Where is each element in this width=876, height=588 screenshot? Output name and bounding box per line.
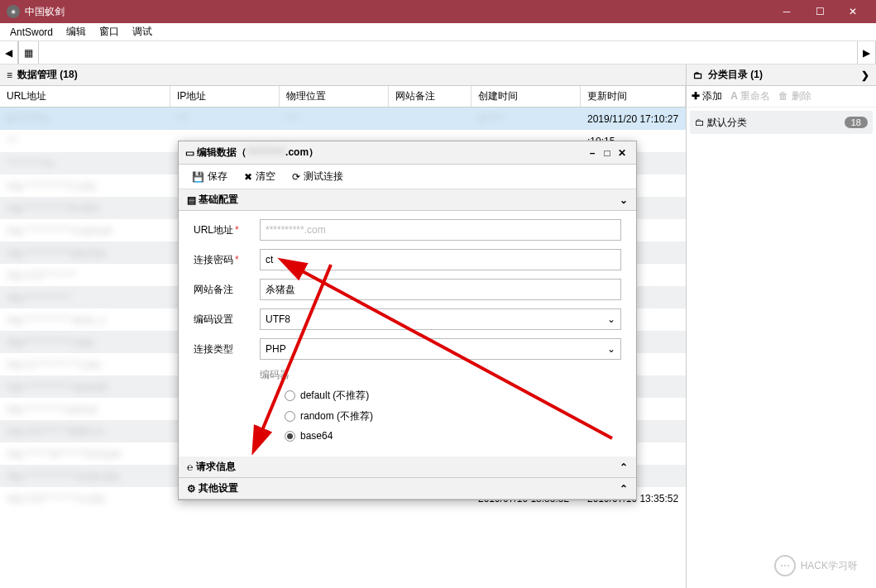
gear-icon: ⚙ (187, 483, 196, 495)
delete-category: 🗑 删除 (778, 89, 811, 103)
toolbar: ◀ ▦ ▶ (0, 41, 876, 65)
col-created[interactable]: 创建时间 (472, 86, 581, 107)
table-header: URL地址 IP地址 物理位置 网站备注 创建时间 更新时间 (0, 86, 686, 108)
loading-icon: ⟳ (292, 171, 300, 183)
section-request[interactable]: ℮ 请求信息 ⌃ (179, 457, 636, 478)
col-note[interactable]: 网站备注 (389, 86, 472, 107)
dialog-body: URL地址* 连接密码* 网站备注 编码设置 UTF8⌄ 连接类型 PHP⌄ 编… (179, 211, 636, 457)
label-password: 连接密码* (194, 253, 260, 267)
category-panel-title: 分类目录 (1) (708, 68, 763, 82)
category-item[interactable]: 🗀 默认分类 18 (690, 111, 873, 134)
dialog-close[interactable]: ✕ (615, 147, 629, 159)
category-panel-header: 🗀 分类目录 (1) ❯ (687, 65, 876, 86)
col-ip[interactable]: IP地址 (170, 86, 280, 107)
category-count: 18 (845, 117, 868, 128)
section-other[interactable]: ⚙ 其他设置 ⌃ (179, 478, 636, 500)
clear-icon: ✖ (244, 171, 252, 183)
table-row[interactable]: h********n******2*****2019/11/20 17:10:2… (0, 108, 686, 130)
data-panel-title: 数据管理 (18) (17, 68, 78, 82)
col-url[interactable]: URL地址 (0, 86, 170, 107)
label-encoding: 编码设置 (194, 313, 260, 327)
dialog-titlebar[interactable]: ▭ 编辑数据（ ********** .com） – □ ✕ (179, 141, 636, 165)
minimize-button[interactable]: ─ (770, 0, 803, 23)
save-button[interactable]: 💾保存 (184, 167, 236, 186)
watermark: ⋯ HACK学习呀 (774, 555, 858, 576)
maximize-button[interactable]: ☐ (803, 0, 836, 23)
window-title: 中国蚁剑 (25, 5, 770, 19)
window-titlebar: ✴ 中国蚁剑 ─ ☐ ✕ (0, 0, 876, 23)
chevron-down-icon: ⌄ (607, 313, 615, 325)
app-icon: ✴ (7, 5, 20, 18)
menu-debug[interactable]: 调试 (126, 23, 159, 41)
toolbar-grid-icon[interactable]: ▦ (18, 41, 39, 64)
chevron-down-icon: ⌄ (620, 194, 628, 206)
encoder-label: 编码器 (260, 368, 621, 382)
category-name: 默认分类 (707, 116, 747, 130)
note-input[interactable] (260, 279, 621, 300)
radio-base64[interactable]: base64 (285, 430, 621, 442)
menu-window[interactable]: 窗口 (93, 23, 126, 41)
chevron-up-icon: ⌃ (620, 461, 628, 473)
collapse-icon[interactable]: ❯ (861, 69, 869, 81)
globe-icon: ℮ (187, 461, 193, 473)
folder-icon: 🗀 (693, 69, 703, 81)
menubar: AntSword 编辑 窗口 调试 (0, 23, 876, 41)
radio-default[interactable]: default (不推荐) (285, 389, 621, 403)
doc-icon: ▤ (187, 194, 196, 206)
clear-button[interactable]: ✖清空 (236, 167, 284, 186)
radio-random[interactable]: random (不推荐) (285, 409, 621, 423)
toolbar-prev[interactable]: ◀ (0, 41, 18, 64)
rename-category: A 重命名 (730, 89, 770, 103)
test-button[interactable]: ⟳测试连接 (284, 167, 352, 186)
label-type: 连接类型 (194, 342, 260, 356)
dialog-title-prefix: 编辑数据（ (197, 146, 247, 160)
password-input[interactable] (260, 249, 621, 270)
encoding-select[interactable]: UTF8⌄ (260, 308, 621, 330)
add-category[interactable]: ✚ 添加 (692, 89, 722, 103)
close-button[interactable]: ✕ (836, 0, 869, 23)
menu-antsword[interactable]: AntSword (3, 25, 60, 40)
chevron-down-icon: ⌄ (607, 343, 615, 355)
label-url: URL地址* (194, 223, 260, 237)
section-base[interactable]: ▤ 基础配置 ⌄ (179, 189, 636, 211)
window-icon: ▭ (185, 147, 194, 159)
data-panel-header: ≡ 数据管理 (18) (0, 65, 686, 86)
dialog-toolbar: 💾保存 ✖清空 ⟳测试连接 (179, 165, 636, 189)
list-icon: ≡ (7, 69, 12, 81)
type-select[interactable]: PHP⌄ (260, 338, 621, 360)
category-actions: ✚ 添加 A 重命名 🗑 删除 (687, 86, 876, 108)
dialog-maximize[interactable]: □ (600, 147, 615, 159)
category-list: 🗀 默认分类 18 (687, 108, 876, 588)
encoder-radios: default (不推荐) random (不推荐) base64 (285, 389, 621, 442)
chevron-up-icon: ⌃ (620, 483, 628, 495)
folder-open-icon: 🗀 (695, 117, 705, 128)
dialog-title-mask: ********** (247, 147, 285, 159)
category-panel: 🗀 分类目录 (1) ❯ ✚ 添加 A 重命名 🗑 删除 🗀 默认分类 18 (687, 65, 876, 588)
save-icon: 💾 (192, 171, 204, 183)
wechat-icon: ⋯ (774, 555, 796, 576)
menu-edit[interactable]: 编辑 (60, 23, 93, 41)
col-updated[interactable]: 更新时间 (581, 86, 686, 107)
label-note: 网站备注 (194, 283, 260, 297)
edit-dialog: ▭ 编辑数据（ ********** .com） – □ ✕ 💾保存 ✖清空 ⟳… (178, 141, 637, 500)
col-loc[interactable]: 物理位置 (280, 86, 389, 107)
toolbar-next[interactable]: ▶ (857, 41, 876, 64)
dialog-title-domain: .com） (285, 146, 318, 160)
url-input[interactable] (260, 219, 621, 241)
dialog-minimize[interactable]: – (585, 147, 600, 159)
